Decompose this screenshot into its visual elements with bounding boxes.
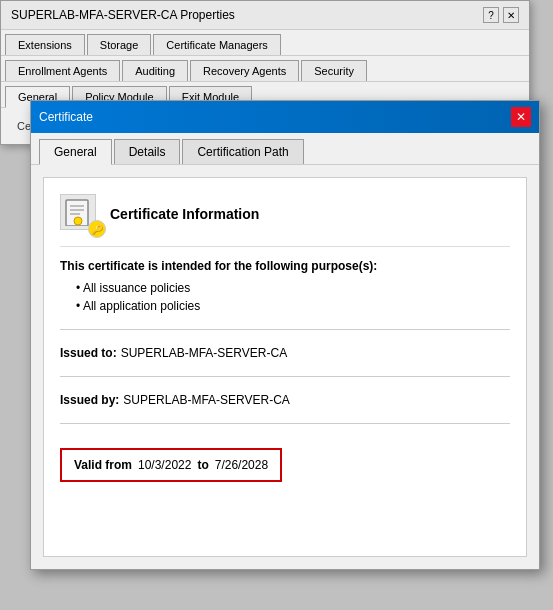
cert-divider-2 — [60, 376, 510, 377]
bg-tab-recovery-agents[interactable]: Recovery Agents — [190, 60, 299, 81]
cert-issued-by-value: SUPERLAB-MFA-SERVER-CA — [123, 393, 289, 407]
cert-purpose-section: This certificate is intended for the fol… — [60, 259, 510, 313]
cert-issued-to-value: SUPERLAB-MFA-SERVER-CA — [121, 346, 287, 360]
cert-tab-general[interactable]: General — [39, 139, 112, 165]
cert-valid-from-date: 10/3/2022 — [138, 458, 191, 472]
cert-body: 🔑 Certificate Information This certifica… — [31, 165, 539, 569]
cert-issued-to-field: Issued to: SUPERLAB-MFA-SERVER-CA — [60, 346, 510, 360]
cert-purpose-bullet-0: • — [76, 281, 83, 295]
cert-dialog-title: Certificate — [39, 110, 93, 124]
cert-header-title: Certificate Information — [110, 206, 259, 222]
cert-purpose-item-0: • All issuance policies — [76, 281, 510, 295]
cert-valid-to-label: to — [197, 458, 208, 472]
certificate-dialog: Certificate ✕ General Details Certificat… — [30, 100, 540, 570]
cert-purpose-text-1: All application policies — [83, 299, 200, 313]
bg-titlebar: SUPERLAB-MFA-SERVER-CA Properties ? ✕ — [1, 1, 529, 30]
bg-tabs-row-1: Extensions Storage Certificate Managers — [1, 30, 529, 56]
cert-valid-date-box: Valid from 10/3/2022 to 7/26/2028 — [60, 448, 282, 482]
cert-purpose-item-1: • All application policies — [76, 299, 510, 313]
bg-tab-extensions[interactable]: Extensions — [5, 34, 85, 55]
bg-window-title: SUPERLAB-MFA-SERVER-CA Properties — [11, 8, 235, 22]
cert-badge: 🔑 — [88, 220, 106, 238]
cert-issued-to-label: Issued to: — [60, 346, 117, 360]
cert-purpose-bullet-1: • — [76, 299, 83, 313]
cert-divider-1 — [60, 329, 510, 330]
cert-icon-container: 🔑 — [60, 194, 100, 234]
bg-close-button[interactable]: ✕ — [503, 7, 519, 23]
bg-tab-storage[interactable]: Storage — [87, 34, 152, 55]
bg-tab-auditing[interactable]: Auditing — [122, 60, 188, 81]
cert-tab-details[interactable]: Details — [114, 139, 181, 164]
bg-tab-security[interactable]: Security — [301, 60, 367, 81]
cert-divider-3 — [60, 423, 510, 424]
cert-issued-by-row: Issued by: SUPERLAB-MFA-SERVER-CA — [60, 393, 510, 407]
cert-inner-panel: 🔑 Certificate Information This certifica… — [43, 177, 527, 557]
cert-close-button[interactable]: ✕ — [511, 107, 531, 127]
cert-valid-to-date: 7/26/2028 — [215, 458, 268, 472]
cert-tab-certification-path[interactable]: Certification Path — [182, 139, 303, 164]
cert-purpose-text-0: All issuance policies — [83, 281, 190, 295]
bg-titlebar-controls: ? ✕ — [483, 7, 519, 23]
bg-tabs-row-2: Enrollment Agents Auditing Recovery Agen… — [1, 56, 529, 82]
cert-tabs: General Details Certification Path — [31, 133, 539, 165]
cert-issued-by-field: Issued by: SUPERLAB-MFA-SERVER-CA — [60, 393, 510, 407]
cert-issued-by-label: Issued by: — [60, 393, 119, 407]
bg-tab-cert-managers[interactable]: Certificate Managers — [153, 34, 281, 55]
cert-issued-to-row: Issued to: SUPERLAB-MFA-SERVER-CA — [60, 346, 510, 360]
bg-tab-enrollment-agents[interactable]: Enrollment Agents — [5, 60, 120, 81]
cert-purpose-title: This certificate is intended for the fol… — [60, 259, 510, 273]
certificate-svg-icon — [64, 198, 92, 226]
cert-valid-from-label: Valid from — [74, 458, 132, 472]
bg-help-button[interactable]: ? — [483, 7, 499, 23]
cert-header: 🔑 Certificate Information — [60, 194, 510, 247]
cert-titlebar: Certificate ✕ — [31, 101, 539, 133]
svg-point-4 — [74, 217, 82, 225]
